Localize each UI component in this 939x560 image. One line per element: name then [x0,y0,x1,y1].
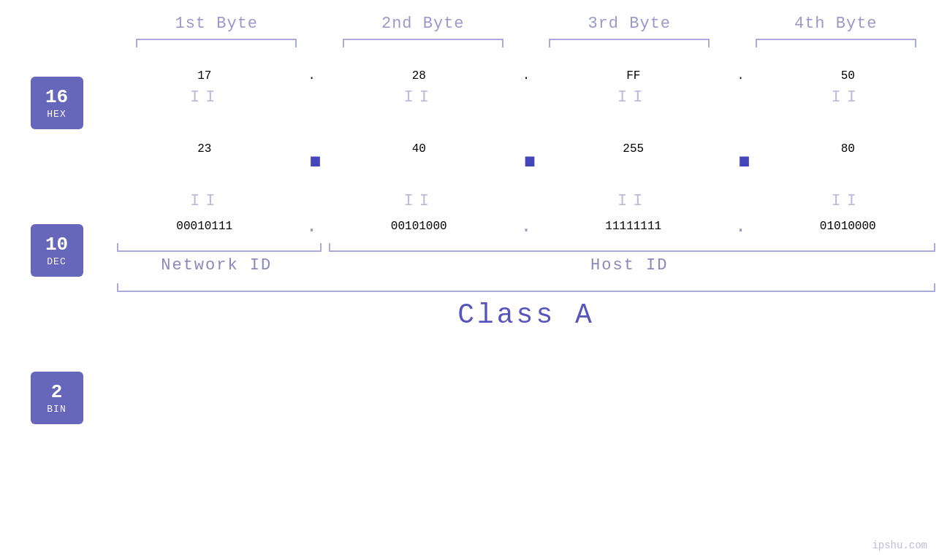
hex-dot-2: . [510,69,542,83]
hex-badge: 16 HEX [31,77,83,129]
main-container: 1st Byte 2nd Byte 3rd Byte 4th Byte 16 H… [0,0,939,560]
hex-dot-3: . [725,69,757,83]
byte3-header: 3rd Byte [526,15,733,33]
dec-b2: 40 [328,142,511,156]
byte-headers: 1st Byte 2nd Byte 3rd Byte 4th Byte [0,15,939,33]
class-label: Class A [457,299,595,331]
hex-dot-1: . [296,69,328,83]
eq2-b3: II [541,192,726,210]
byte1-header: 1st Byte [113,15,320,33]
eq2-b2: II [327,192,512,210]
eq1-b2: II [327,88,512,107]
content-area: 16 HEX 10 DEC 2 BIN 17 . 28 . [0,69,939,431]
badges-column: 16 HEX 10 DEC 2 BIN [0,69,113,431]
network-bracket [117,243,322,252]
data-wrapper: 17 . 28 . FF . 50 II II II II 23 [113,69,939,331]
equals-row-2: II II II II [113,186,939,215]
bin-dot-2: . [510,215,542,237]
equals-row-1: II II II II [113,83,939,112]
bin-b4: 01010000 [757,220,940,233]
bottom-line-row [113,243,939,252]
hex-b3: FF [542,69,725,83]
bin-badge: 2 BIN [31,372,83,424]
top-bracket-4 [733,39,940,47]
dec-dot-1: . [296,112,328,186]
byte2-header: 2nd Byte [320,15,527,33]
eq1-b3: II [541,88,726,107]
dec-badge: 10 DEC [31,224,83,277]
bottom-brackets-area: Network ID Host ID [113,243,939,275]
dec-row: 23 . 40 . 255 . 80 [113,112,939,186]
class-row: Class A [113,299,939,331]
label-row: Network ID Host ID [113,256,939,275]
eq1-b1: II [113,88,298,107]
bin-b2: 00101000 [328,220,511,233]
watermark: ipshu.com [872,540,927,551]
byte4-header: 4th Byte [733,15,940,33]
host-bracket [329,243,936,252]
bin-dot-3: . [725,215,757,237]
bin-b3: 11111111 [542,220,725,233]
dec-b1: 23 [113,142,296,156]
bin-dot-1: . [296,215,328,237]
hex-b4: 50 [757,69,940,83]
dec-b3: 255 [542,142,725,156]
class-bracket [117,283,935,292]
network-id-label: Network ID [113,256,320,275]
eq2-b1: II [113,192,298,210]
hex-row: 17 . 28 . FF . 50 [113,69,939,83]
top-brackets [0,39,939,47]
dec-dot-2: . [510,112,542,186]
eq1-b4: II [755,88,940,107]
top-bracket-1 [113,39,320,47]
host-id-label: Host ID [320,256,940,275]
bin-row: 00010111 . 00101000 . 11111111 . 0101000… [113,215,939,237]
dec-dot-3: . [725,112,757,186]
dec-b4: 80 [757,142,940,156]
bin-b1: 00010111 [113,220,296,233]
top-bracket-3 [526,39,733,47]
hex-b1: 17 [113,69,296,83]
hex-b2: 28 [328,69,511,83]
big-bracket-row [113,283,939,292]
top-bracket-2 [320,39,527,47]
eq2-b4: II [755,192,940,210]
